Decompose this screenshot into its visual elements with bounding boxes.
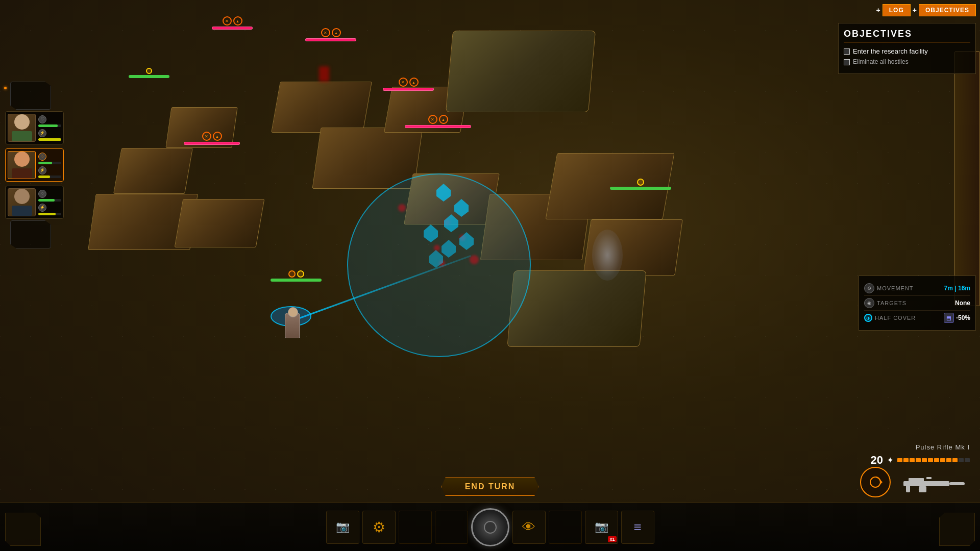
cover-icon: ◑ <box>864 314 872 322</box>
friendly-map-icon-3 <box>637 179 644 186</box>
cover-vehicle-1 <box>446 31 596 112</box>
enemy-2-health <box>305 38 356 41</box>
toolbar-slot-overwatch[interactable]: 👁 <box>512 511 546 544</box>
ammo-pip-12 <box>965 458 970 462</box>
log-button[interactable]: LOG <box>883 4 911 16</box>
camera-icon: 📷 <box>336 520 350 534</box>
map-friendly-1 <box>129 68 169 78</box>
stat-targets-label: ◉ TARGETS <box>864 298 906 308</box>
objectives-plus-icon: + <box>913 6 917 14</box>
stat-cover-label: ◑ HALF COVER <box>864 314 916 322</box>
health-icon-3: ♡ <box>38 190 46 198</box>
center-action-button[interactable] <box>471 508 509 546</box>
ammo-pip-5 <box>922 458 927 462</box>
stats-panel: ⚙ MOVEMENT 7m | 16m ◉ TARGETS None ◑ HAL… <box>859 276 976 331</box>
friendly-icons-2 <box>288 270 304 278</box>
objective-primary-text: Enter the research facility <box>853 47 928 55</box>
stat-cover-value: ⬒ -50% <box>944 313 970 323</box>
friendly-map-icon-2a <box>288 270 296 278</box>
svg-marker-7 <box>880 480 883 484</box>
toolbar-slot-empty-2[interactable] <box>435 511 468 544</box>
ammo-pip-2 <box>903 458 909 462</box>
enemy-2 <box>305 28 356 41</box>
svg-rect-4 <box>906 483 910 492</box>
objective-secondary-checkbox <box>844 59 850 65</box>
objective-primary: Enter the research facility <box>844 47 970 55</box>
cover-value-icon: ⬒ <box>944 313 954 323</box>
squad-avatar-1 <box>8 114 36 142</box>
enemy-icon-10 <box>439 115 448 124</box>
enemy-icon-2 <box>233 16 242 26</box>
stat-movement-label: ⚙ MOVEMENT <box>864 283 914 293</box>
ghost-effect <box>592 230 623 281</box>
stat-targets-row: ◉ TARGETS None <box>864 296 970 311</box>
weapon-icon <box>898 469 970 500</box>
squad-panel: ♡ ⚡ <box>5 82 64 248</box>
top-hud: + LOG + OBJECTIVES <box>876 4 976 16</box>
toolbar-slot-gear[interactable]: ⚙ <box>362 511 396 544</box>
enemy-5-health <box>405 125 471 128</box>
enemy-5 <box>405 115 471 128</box>
friendly-map-icon-1 <box>146 68 152 74</box>
enemy-icon-4 <box>332 28 341 37</box>
cover-crate-5 <box>271 82 372 133</box>
squad-blank-top <box>10 82 51 110</box>
game-background <box>0 0 980 551</box>
enemy-4-health <box>383 88 434 91</box>
ammo-pip-11 <box>959 458 964 462</box>
svg-rect-3 <box>949 482 965 485</box>
squad-member-3[interactable]: ♡ ⚡ <box>5 186 64 219</box>
ammo-bar <box>897 458 970 462</box>
enemy-icon-7 <box>399 78 408 87</box>
enemy-1-health <box>212 27 253 30</box>
enemy-4 <box>383 78 434 91</box>
enemy-icon-9 <box>428 115 437 124</box>
enemy-icon-5 <box>202 132 211 141</box>
objective-secondary-text: Eliminate all hostiles <box>853 58 909 65</box>
squad-member-2[interactable]: ♡ ⚡ <box>5 148 64 182</box>
enemy-icon-1 <box>223 16 232 26</box>
grenade-icon: 📷 <box>595 520 608 534</box>
action-icon-3: ⚡ <box>38 204 46 212</box>
toolbar-slot-grenade[interactable]: 📷 x1 <box>585 511 618 544</box>
enemy-icon-6 <box>213 132 222 141</box>
action-icon-1: ⚡ <box>38 129 46 137</box>
enemy-1 <box>212 16 253 30</box>
log-plus-icon: + <box>876 6 880 14</box>
enemy-3-health <box>184 142 240 145</box>
ammo-pip-8 <box>940 458 945 462</box>
ammo-pip-10 <box>952 458 958 462</box>
friendly-map-icon-2b <box>297 270 304 278</box>
ammo-pip-7 <box>934 458 939 462</box>
cover-crate-1 <box>113 148 193 194</box>
toolbar-slot-empty-3[interactable] <box>549 511 582 544</box>
end-turn-button[interactable]: End Turn <box>442 478 539 496</box>
grenade-count: x1 <box>608 536 616 542</box>
svg-rect-2 <box>919 486 926 492</box>
squad-member-1[interactable]: ♡ ⚡ <box>5 111 64 144</box>
ammo-star-icon: ✦ <box>887 456 893 464</box>
toolbar-corner-left <box>5 513 41 546</box>
squad-avatar-2 <box>8 151 36 179</box>
svg-rect-1 <box>909 478 924 482</box>
active-unit[interactable] <box>278 309 306 342</box>
rotation-button[interactable] <box>860 467 891 497</box>
friendly-map-health-2 <box>271 279 322 282</box>
toolbar-slot-overwatch-2[interactable]: ≡ <box>621 511 654 544</box>
ammo-pip-9 <box>946 458 951 462</box>
toolbar-slot-camera[interactable]: 📷 <box>326 511 359 544</box>
gear-icon: ⚙ <box>373 519 385 536</box>
toolbar-corner-right <box>939 513 975 546</box>
objective-primary-checkbox <box>844 48 850 55</box>
center-action-inner <box>484 521 497 534</box>
ammo-pip-3 <box>910 458 915 462</box>
health-icon-2: ♡ <box>38 153 46 161</box>
targets-icon: ◉ <box>864 298 874 308</box>
ammo-pip-1 <box>897 458 902 462</box>
enemy-icon-8 <box>409 78 419 87</box>
objectives-button[interactable]: OBJECTIVES <box>919 4 976 16</box>
map-friendly-3 <box>610 179 671 190</box>
stat-targets-value: None <box>955 299 970 307</box>
toolbar-slot-empty-1[interactable] <box>399 511 432 544</box>
eye-icon: 👁 <box>522 519 535 535</box>
